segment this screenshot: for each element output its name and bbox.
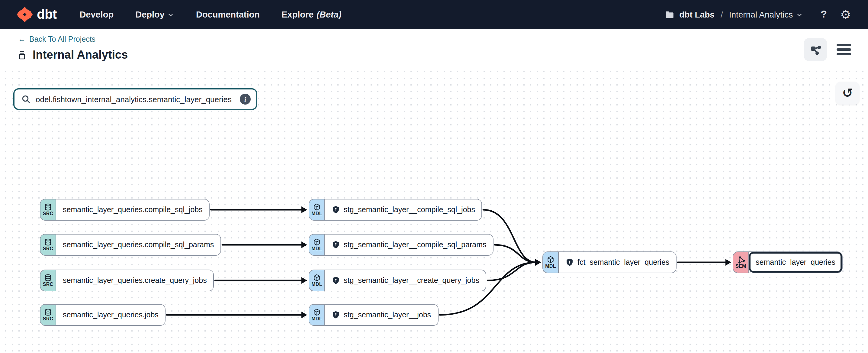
- page-title: Internal Analytics: [17, 48, 128, 62]
- src-type-icon: [44, 238, 52, 246]
- shield-icon: [565, 258, 574, 267]
- gear-icon[interactable]: ⚙: [840, 8, 851, 21]
- info-icon[interactable]: i: [240, 94, 251, 105]
- node-type-tab: MDL: [309, 235, 325, 255]
- reset-view-button[interactable]: ↺: [835, 82, 860, 105]
- nav-items: Develop Deploy Documentation Explore (Be…: [80, 10, 341, 19]
- node-type-label: SRC: [43, 211, 53, 216]
- search-input[interactable]: odel.fishtown_internal_analytics.semanti…: [36, 95, 235, 104]
- lineage-icon: [809, 43, 822, 56]
- node-label: semantic_layer_queries.create_query_jobs: [63, 276, 207, 285]
- node-body: semantic_layer_queries.compile_sql_param…: [56, 235, 220, 255]
- node-type-label: SRC: [43, 317, 53, 322]
- lineage-node-stg_compile_sql_jobs[interactable]: MDLstg_semantic_layer__compile_sql_jobs: [309, 199, 482, 220]
- node-body: stg_semantic_layer__create_query_jobs: [325, 270, 486, 291]
- src-type-icon: [44, 308, 52, 316]
- top-navbar: dbt Develop Deploy Documentation Explore…: [0, 0, 868, 29]
- node-type-label: SRC: [43, 282, 53, 287]
- node-type-tab: SRC: [40, 305, 56, 325]
- header-actions: [804, 38, 851, 61]
- src-type-icon: [44, 274, 52, 282]
- menu-button[interactable]: [837, 41, 851, 57]
- node-label: stg_semantic_layer__jobs: [344, 311, 431, 319]
- hamburger-icon: [837, 44, 851, 46]
- nav-item-deploy[interactable]: Deploy: [135, 10, 174, 19]
- nav-item-develop[interactable]: Develop: [80, 10, 114, 19]
- help-icon[interactable]: ?: [820, 8, 827, 21]
- sem-type-icon: [737, 256, 745, 264]
- lineage-canvas[interactable]: SRCsemantic_layer_queries.compile_sql_jo…: [0, 71, 868, 353]
- beta-badge: (Beta): [316, 10, 341, 19]
- node-body: stg_semantic_layer__jobs: [325, 305, 438, 325]
- folder-icon: [664, 9, 674, 20]
- node-type-label: MDL: [545, 264, 556, 269]
- node-body: stg_semantic_layer__compile_sql_params: [325, 235, 493, 255]
- account-breadcrumb: dbt Labs / Internal Analytics ? ⚙: [664, 8, 851, 21]
- mdl-type-icon: [313, 308, 321, 316]
- lineage-node-src_create_query_jobs[interactable]: SRCsemantic_layer_queries.create_query_j…: [40, 270, 214, 291]
- lineage-node-stg_jobs[interactable]: MDLstg_semantic_layer__jobs: [309, 304, 438, 326]
- node-body: fct_semantic_layer_queries: [559, 252, 676, 273]
- node-type-label: MDL: [311, 282, 322, 287]
- node-body: stg_semantic_layer__compile_sql_jobs: [325, 200, 482, 220]
- reset-icon: ↺: [842, 86, 852, 100]
- mdl-type-icon: [547, 256, 555, 264]
- project-switcher[interactable]: Internal Analytics: [729, 10, 803, 19]
- lineage-node-stg_compile_sql_params[interactable]: MDLstg_semantic_layer__compile_sql_param…: [309, 234, 494, 256]
- node-type-label: SEM: [736, 264, 746, 269]
- node-label: fct_semantic_layer_queries: [578, 258, 669, 267]
- node-type-tab: SEM: [733, 252, 749, 273]
- project-icon: [17, 50, 27, 60]
- nav-item-explore[interactable]: Explore (Beta): [281, 10, 342, 19]
- dbt-logo-icon: [17, 7, 33, 22]
- chevron-down-icon: [167, 11, 174, 18]
- node-type-tab: SRC: [40, 270, 56, 291]
- node-type-tab: MDL: [309, 270, 325, 291]
- shield-icon: [332, 276, 340, 285]
- node-body: semantic_layer_queries.compile_sql_jobs: [56, 200, 209, 220]
- lineage-node-src_compile_sql_jobs[interactable]: SRCsemantic_layer_queries.compile_sql_jo…: [40, 199, 210, 220]
- lineage-node-stg_create_query_jobs[interactable]: MDLstg_semantic_layer__create_query_jobs: [309, 270, 487, 291]
- dbt-logo[interactable]: dbt: [17, 7, 57, 22]
- nav-item-documentation[interactable]: Documentation: [196, 10, 260, 19]
- lineage-search[interactable]: odel.fishtown_internal_analytics.semanti…: [13, 88, 257, 110]
- mdl-type-icon: [313, 238, 321, 246]
- node-body: semantic_layer_queries: [749, 252, 842, 273]
- lineage-node-sem_semantic_layer_queries[interactable]: SEMsemantic_layer_queries: [733, 252, 843, 273]
- node-type-label: SRC: [43, 246, 53, 252]
- node-type-label: MDL: [311, 211, 322, 216]
- lineage-node-src_compile_sql_params[interactable]: SRCsemantic_layer_queries.compile_sql_pa…: [40, 234, 221, 256]
- page-header: ← Back To All Projects Internal Analytic…: [0, 29, 868, 71]
- lineage-node-fct_semantic_layer_queries[interactable]: MDLfct_semantic_layer_queries: [542, 252, 677, 273]
- node-type-tab: SRC: [40, 235, 56, 255]
- node-type-tab: MDL: [309, 305, 325, 325]
- search-icon: [21, 94, 31, 104]
- node-label: semantic_layer_queries.jobs: [63, 311, 159, 319]
- shield-icon: [332, 206, 340, 214]
- org-switcher[interactable]: dbt Labs: [664, 9, 715, 20]
- app-window: dbt Develop Deploy Documentation Explore…: [0, 0, 868, 353]
- mdl-type-icon: [313, 274, 321, 282]
- node-type-tab: SRC: [40, 200, 56, 220]
- src-type-icon: [44, 203, 52, 211]
- node-label: stg_semantic_layer__create_query_jobs: [344, 276, 479, 285]
- node-type-tab: MDL: [309, 200, 325, 220]
- node-label: semantic_layer_queries.compile_sql_jobs: [63, 206, 203, 214]
- back-arrow-icon: ←: [18, 35, 26, 43]
- node-label: semantic_layer_queries.compile_sql_param…: [63, 241, 214, 249]
- back-to-projects-link[interactable]: ← Back To All Projects: [18, 35, 95, 43]
- node-body: semantic_layer_queries.jobs: [56, 305, 165, 325]
- breadcrumb-separator: /: [721, 10, 723, 19]
- shield-icon: [332, 241, 340, 249]
- lineage-view-button[interactable]: [804, 38, 827, 61]
- node-label: stg_semantic_layer__compile_sql_params: [344, 241, 486, 249]
- node-type-tab: MDL: [543, 252, 559, 273]
- node-type-label: MDL: [311, 246, 322, 252]
- mdl-type-icon: [313, 203, 321, 211]
- node-label: semantic_layer_queries: [756, 258, 835, 267]
- node-type-label: MDL: [311, 317, 322, 322]
- chevron-down-icon: [796, 11, 803, 18]
- lineage-node-src_jobs[interactable]: SRCsemantic_layer_queries.jobs: [40, 304, 166, 326]
- dbt-logo-text: dbt: [37, 7, 57, 22]
- shield-icon: [332, 311, 340, 319]
